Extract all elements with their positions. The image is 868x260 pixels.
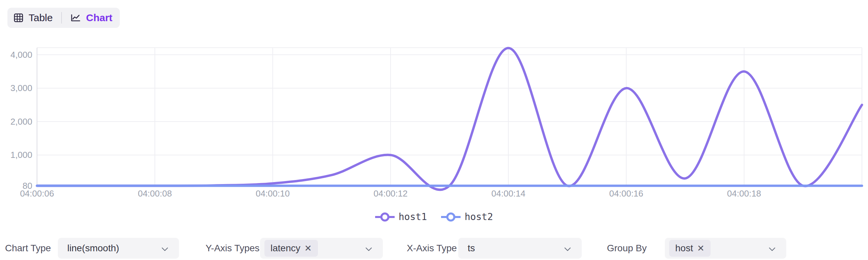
x-axis-tick-label: 04:00:08	[138, 188, 172, 198]
x-axis-type-select[interactable]: ts	[458, 238, 582, 259]
chevron-down-icon	[161, 247, 168, 253]
group-by-select[interactable]: host ✕	[665, 238, 786, 259]
chevron-down-icon	[564, 247, 571, 253]
chevron-down-icon	[365, 247, 372, 253]
legend-marker-icon	[375, 212, 395, 222]
y-axis-type-tag: latency ✕	[265, 240, 318, 257]
x-axis-tick-label: 04:00:14	[492, 188, 526, 198]
remove-tag-icon[interactable]: ✕	[697, 244, 705, 253]
legend-marker-icon	[441, 212, 461, 222]
y-axis-types-label: Y-Axis Types	[206, 238, 259, 259]
chevron-down-icon	[769, 247, 775, 253]
legend-item-host2[interactable]: host2	[441, 211, 493, 222]
x-axis-tick-label: 04:00:10	[256, 188, 290, 198]
x-axis-tick-label: 04:00:06	[20, 188, 54, 198]
group-by-tag-text: host	[675, 243, 693, 254]
y-axis-type-tag-text: latency	[271, 243, 301, 254]
chart-type-value: line(smooth)	[67, 243, 119, 254]
x-axis-tick-label: 04:00:12	[373, 188, 407, 198]
group-by-label: Group By	[607, 238, 647, 259]
remove-tag-icon[interactable]: ✕	[305, 244, 312, 253]
x-axis-type-value: ts	[468, 243, 475, 254]
x-axis-type-label: X-Axis Type	[407, 238, 457, 259]
series-line-host1	[37, 48, 862, 190]
y-axis-tick-label: 1,000	[10, 150, 32, 160]
x-axis-tick-label: 04:00:16	[609, 188, 643, 198]
legend-item-host1[interactable]: host1	[375, 211, 427, 222]
group-by-tag: host ✕	[669, 240, 711, 257]
y-axis-tick-label: 3,000	[10, 83, 32, 93]
y-axis-types-select[interactable]: latency ✕	[260, 238, 383, 259]
legend-label: host1	[399, 211, 427, 222]
y-axis-tick-label: 2,000	[10, 117, 32, 127]
y-axis-tick-label: 4,000	[10, 50, 32, 60]
x-axis-tick-label: 04:00:18	[727, 188, 761, 198]
chart-canvas[interactable]: 801,0002,0003,0004,00004:00:0604:00:0804…	[0, 0, 868, 235]
chart-controls: Chart Type line(smooth) Y-Axis Types lat…	[0, 238, 868, 259]
chart-type-label: Chart Type	[5, 238, 51, 259]
legend-label: host2	[465, 211, 493, 222]
chart-type-select[interactable]: line(smooth)	[58, 238, 179, 259]
chart-legend: host1host2	[0, 211, 868, 222]
